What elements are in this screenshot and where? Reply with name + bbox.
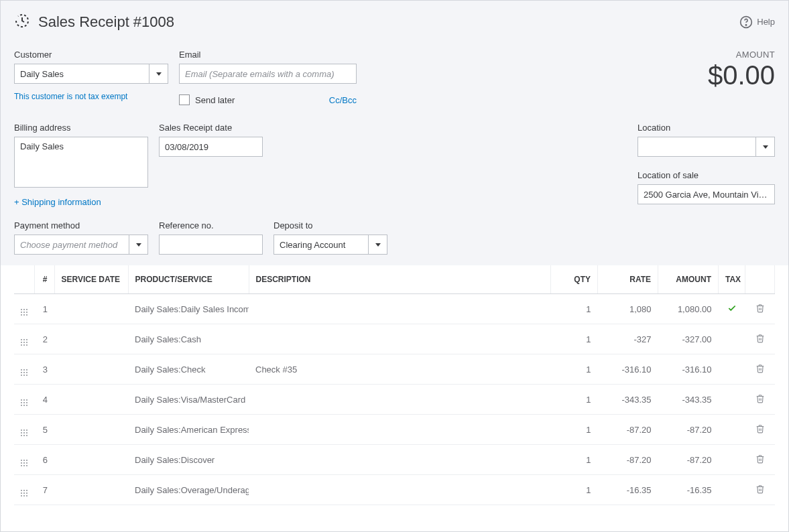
row-product[interactable]: Daily Sales:Discover (128, 445, 249, 475)
col-qty[interactable]: QTY (551, 265, 598, 294)
row-service-date[interactable] (54, 354, 128, 385)
col-idx[interactable]: # (34, 265, 54, 294)
row-service-date[interactable] (54, 415, 128, 445)
table-row[interactable]: 3Daily Sales:CheckCheck #351-316.10-316.… (14, 354, 775, 385)
drag-handle-icon[interactable] (21, 460, 27, 466)
delete-row-button[interactable] (755, 486, 765, 496)
email-input[interactable] (179, 64, 357, 84)
payment-method-select[interactable]: Choose payment method (14, 235, 148, 255)
row-rate[interactable]: -87.20 (598, 415, 658, 445)
table-row[interactable]: 1Daily Sales:Daily Sales Income11,0801,0… (14, 294, 775, 324)
table-row[interactable]: 6Daily Sales:Discover1-87.20-87.20 (14, 445, 775, 475)
drag-handle-icon[interactable] (21, 309, 27, 316)
row-amount[interactable]: -327.00 (658, 324, 719, 354)
row-tax[interactable] (719, 415, 745, 445)
delete-row-button[interactable] (755, 426, 765, 436)
row-qty[interactable]: 1 (551, 415, 598, 445)
row-tax[interactable] (719, 354, 745, 385)
row-description[interactable] (249, 385, 551, 415)
location-caret[interactable] (755, 137, 774, 156)
row-tax[interactable] (719, 445, 745, 475)
drag-handle-icon[interactable] (21, 399, 27, 406)
send-later-checkbox[interactable]: Send later (179, 94, 235, 105)
send-later-label: Send later (195, 95, 235, 105)
row-service-date[interactable] (54, 445, 128, 475)
table-row[interactable]: 5Daily Sales:American Express1-87.20-87.… (14, 415, 775, 445)
col-description[interactable]: DESCRIPTION (249, 265, 551, 294)
payment-method-caret[interactable] (129, 235, 147, 254)
reference-no-input[interactable] (159, 235, 263, 255)
row-description[interactable] (249, 324, 551, 354)
ccbcc-link[interactable]: Cc/Bcc (329, 95, 357, 105)
row-qty[interactable]: 1 (551, 385, 598, 415)
customer-caret[interactable] (149, 64, 168, 83)
row-qty[interactable]: 1 (551, 354, 598, 385)
location-of-sale-input[interactable] (638, 184, 775, 204)
col-tax[interactable]: TAX (719, 265, 745, 294)
row-product[interactable]: Daily Sales:Check (128, 354, 249, 385)
row-amount[interactable]: -16.35 (658, 475, 719, 505)
row-description[interactable] (249, 445, 551, 475)
row-rate[interactable]: -316.10 (598, 354, 658, 385)
customer-select[interactable]: Daily Sales (14, 64, 168, 84)
row-description[interactable] (249, 294, 551, 324)
table-row[interactable]: 4Daily Sales:Visa/MasterCard1-343.35-343… (14, 385, 775, 415)
location-select[interactable] (638, 137, 775, 157)
col-service-date[interactable]: SERVICE DATE (54, 265, 128, 294)
delete-row-button[interactable] (755, 336, 765, 346)
row-service-date[interactable] (54, 324, 128, 354)
row-qty[interactable]: 1 (551, 445, 598, 475)
row-description[interactable]: Check #35 (249, 354, 551, 385)
col-rate[interactable]: RATE (598, 265, 658, 294)
history-icon[interactable] (14, 13, 30, 31)
drag-handle-icon[interactable] (21, 369, 27, 376)
col-amount[interactable]: AMOUNT (658, 265, 719, 294)
row-rate[interactable]: -327 (598, 324, 658, 354)
row-amount[interactable]: 1,080.00 (658, 294, 719, 324)
drag-handle-icon[interactable] (21, 339, 27, 346)
row-tax[interactable] (719, 475, 745, 505)
shipping-info-link[interactable]: + Shipping information (14, 197, 101, 207)
row-product[interactable]: Daily Sales:Overage/Underage (128, 475, 249, 505)
row-rate[interactable]: -343.35 (598, 385, 658, 415)
row-tax[interactable] (719, 385, 745, 415)
deposit-to-caret[interactable] (368, 235, 387, 254)
row-product[interactable]: Daily Sales:Daily Sales Income (128, 294, 249, 324)
delete-row-button[interactable] (755, 366, 765, 376)
deposit-to-select[interactable]: Clearing Account (274, 235, 387, 255)
table-row[interactable]: 7Daily Sales:Overage/Underage1-16.35-16.… (14, 475, 775, 505)
row-description[interactable] (249, 415, 551, 445)
row-product[interactable]: Daily Sales:American Express (128, 415, 249, 445)
receipt-date-input[interactable] (159, 137, 263, 157)
drag-handle-icon[interactable] (21, 490, 27, 496)
customer-exempt-link[interactable]: This customer is not tax exempt (14, 92, 168, 101)
row-service-date[interactable] (54, 385, 128, 415)
table-row[interactable]: 2Daily Sales:Cash1-327-327.00 (14, 324, 775, 354)
row-qty[interactable]: 1 (551, 324, 598, 354)
row-tax[interactable] (719, 294, 745, 324)
delete-row-button[interactable] (755, 456, 765, 466)
delete-row-button[interactable] (755, 306, 765, 316)
delete-row-button[interactable] (755, 396, 765, 406)
row-amount[interactable]: -316.10 (658, 354, 719, 385)
row-amount[interactable]: -87.20 (658, 445, 719, 475)
row-rate[interactable]: -16.35 (598, 475, 658, 505)
row-product[interactable]: Daily Sales:Visa/MasterCard (128, 385, 249, 415)
row-qty[interactable]: 1 (551, 294, 598, 324)
row-product[interactable]: Daily Sales:Cash (128, 324, 249, 354)
row-amount[interactable]: -87.20 (658, 415, 719, 445)
svg-point-1 (746, 24, 747, 25)
row-service-date[interactable] (54, 294, 128, 324)
row-service-date[interactable] (54, 475, 128, 505)
row-tax[interactable] (719, 324, 745, 354)
help-button[interactable]: Help (739, 15, 775, 29)
billing-textarea[interactable] (14, 137, 148, 188)
row-idx: 6 (34, 445, 54, 475)
drag-handle-icon[interactable] (21, 429, 27, 436)
row-description[interactable] (249, 475, 551, 505)
col-product[interactable]: PRODUCT/SERVICE (128, 265, 249, 294)
row-qty[interactable]: 1 (551, 475, 598, 505)
row-amount[interactable]: -343.35 (658, 385, 719, 415)
row-rate[interactable]: 1,080 (598, 294, 658, 324)
row-rate[interactable]: -87.20 (598, 445, 658, 475)
